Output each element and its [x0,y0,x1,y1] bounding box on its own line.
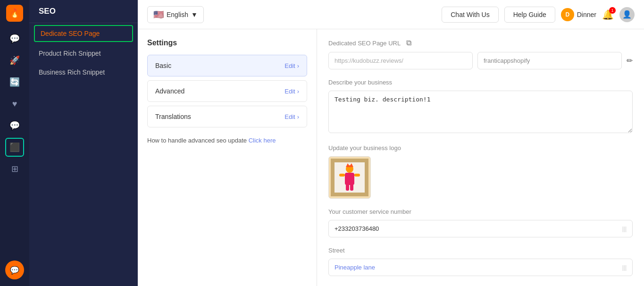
settings-panel: Settings Basic Edit › Advanced Edit › Tr… [138,29,317,286]
settings-item-translations[interactable]: Translations Edit › [147,106,307,127]
street-value[interactable]: Pineapple lane [335,264,375,271]
settings-translations-edit[interactable]: Edit › [284,113,299,120]
phone-bars-icon: ||| [622,226,627,232]
copy-icon[interactable]: ⧉ [406,39,411,47]
svg-rect-8 [350,184,353,191]
logo-preview [329,157,370,198]
street-input-row: Pineapple lane ||| [328,259,633,276]
sidebar-item-business-rich[interactable]: Business Rich Snippet [29,63,138,82]
nav-icon-messages[interactable]: 💬 [5,116,24,135]
url-base-input[interactable] [328,52,473,69]
settings-advanced-label: Advanced [155,87,184,95]
user-profile-icon[interactable]: 👤 [619,7,635,22]
sidebar: SEO Dedicate SEO Page Product Rich Snipp… [29,0,138,286]
user-name-label: Dinner [577,11,596,18]
settings-item-advanced[interactable]: Advanced Edit › [147,80,307,102]
logo-upload-area[interactable] [328,156,371,199]
notification-count: 1 [609,7,616,14]
seo-hint-link[interactable]: Click here [249,137,276,144]
edit-pencil-icon[interactable]: ✏ [627,56,633,65]
phone-input-row: +233203736480 ||| [328,220,633,237]
svg-rect-4 [345,173,354,185]
sidebar-title: SEO [29,0,138,23]
sidebar-item-dedicate-seo-label: Dedicate SEO Page [41,30,100,37]
phone-value[interactable]: +233203736480 [335,225,379,232]
chat-with-us-button[interactable]: Chat With Us [442,7,498,23]
settings-translations-label: Translations [155,113,191,120]
sidebar-item-product-rich-label: Product Rich Snippet [39,50,101,57]
chat-fab-button[interactable]: 💬 [5,261,24,279]
form-panel: Dedicated SEO Page URL ⧉ ✏ Describe your… [317,29,644,286]
street-bars-icon: ||| [622,264,627,271]
logo-label: Update your business logo [328,144,633,151]
nav-icon-grid[interactable]: ⊞ [5,160,24,178]
nav-icon-sync[interactable]: 🔄 [5,73,24,92]
flag-icon: 🇺🇸 [153,9,164,20]
svg-rect-6 [354,174,360,177]
customer-service-label: Your customer service number [328,208,633,215]
language-label: English [167,11,188,18]
dedicated-url-label: Dedicated SEO Page URL [328,40,401,47]
url-section-header: Dedicated SEO Page URL ⧉ [328,39,633,47]
settings-advanced-edit[interactable]: Edit › [284,88,299,95]
icon-bar: 🔥 💬 🚀 🔄 ♥ 💬 ⬛ ⊞ 💬 [0,0,29,286]
sidebar-item-product-rich[interactable]: Product Rich Snippet [29,44,138,63]
user-avatar-dot: D [561,8,574,21]
logo-svg [331,159,368,196]
settings-basic-label: Basic [155,62,171,69]
language-selector[interactable]: 🇺🇸 English ▼ [147,6,204,23]
topbar: 🇺🇸 English ▼ Chat With Us Help Guide D D… [138,0,644,29]
app-logo[interactable]: 🔥 [6,5,23,22]
chevron-down-icon: ▼ [191,11,198,18]
nav-icon-rocket[interactable]: 🚀 [5,51,24,70]
main-area: 🇺🇸 English ▼ Chat With Us Help Guide D D… [138,0,644,286]
business-desc-textarea[interactable]: Testing biz. description!1 [328,91,633,133]
svg-rect-7 [346,184,349,191]
seo-update-hint: How to handle advanced seo update Click … [147,137,307,144]
settings-title: Settings [147,39,307,47]
nav-icon-analytics[interactable]: ⬛ [5,138,24,157]
settings-item-basic[interactable]: Basic Edit › [147,55,307,76]
settings-basic-edit[interactable]: Edit › [284,62,299,69]
sidebar-item-dedicate-seo[interactable]: Dedicate SEO Page [34,25,133,42]
chevron-right-icon-3: › [297,113,299,120]
notification-bell[interactable]: 🔔 1 [602,9,614,20]
nav-icon-heart[interactable]: ♥ [5,94,24,113]
url-suffix-input[interactable] [477,52,622,69]
url-row: ✏ [328,52,633,69]
chevron-right-icon-2: › [297,88,299,95]
svg-rect-5 [339,174,345,177]
user-badge: D Dinner [561,8,596,21]
chevron-right-icon: › [297,62,299,69]
business-desc-label: Describe your business [328,79,633,86]
street-label: Street [328,247,633,254]
help-guide-button[interactable]: Help Guide [504,7,555,23]
content-area: Settings Basic Edit › Advanced Edit › Tr… [138,29,644,286]
seo-hint-text: How to handle advanced seo update [147,137,247,144]
sidebar-item-business-rich-label: Business Rich Snippet [39,68,105,76]
nav-icon-chat[interactable]: 💬 [5,29,24,48]
